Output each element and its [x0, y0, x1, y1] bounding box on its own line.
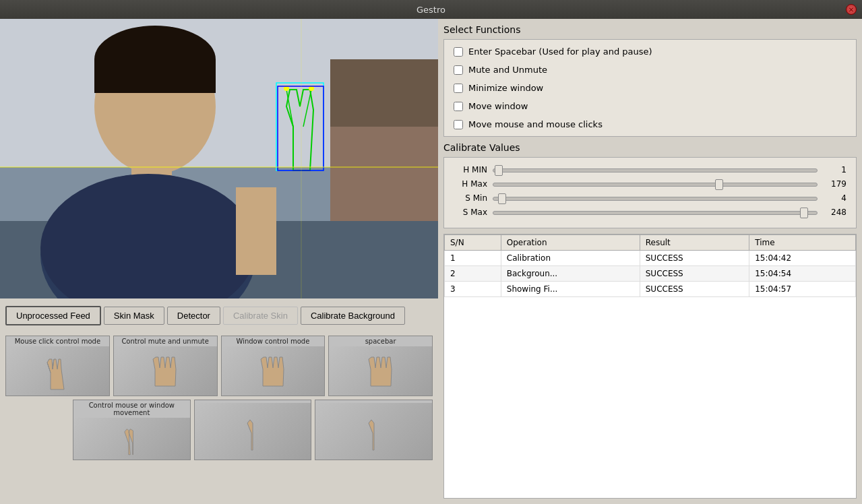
checkbox-row-2: Mute and Unmute — [454, 65, 846, 75]
checkbox-spacebar-label: Enter Spacebar (Used for play and pause) — [468, 46, 652, 57]
slider-smin[interactable] — [493, 197, 818, 201]
slider-row-smin: S Min 4 — [454, 193, 846, 203]
gesture-card-7 — [315, 400, 433, 460]
checkbox-row-5: Move mouse and mouse clicks — [454, 119, 846, 129]
slider-value-hmax: 179 — [823, 179, 846, 189]
functions-box: Enter Spacebar (Used for play and pause)… — [443, 39, 857, 137]
slider-label-smin: S Min — [454, 193, 487, 203]
checkbox-mouse-clicks-label: Move mouse and mouse clicks — [468, 119, 603, 129]
calibrate-box: H MIN 1 H Max 179 S Min — [443, 157, 857, 228]
checkbox-minimize-label: Minimize window — [468, 83, 543, 93]
log-row-1: 1CalibrationSUCCESS15:04:42 — [445, 251, 856, 266]
log-cell-time-1: 15:04:42 — [749, 251, 856, 266]
svg-rect-11 — [236, 187, 276, 275]
gesture-img-1 — [6, 346, 109, 396]
checkbox-move-window[interactable] — [454, 102, 463, 111]
close-button[interactable]: ✕ — [846, 4, 857, 15]
gesture-card-2: Control mute and unmute — [113, 336, 218, 396]
slider-value-smax: 248 — [823, 208, 846, 217]
calibrate-values-section: Calibrate Values H MIN 1 H Max 179 — [443, 142, 857, 228]
log-cell-sn-2: 2 — [445, 266, 501, 282]
gesture-label-3: Window control mode — [222, 336, 325, 346]
slider-label-hmax: H Max — [454, 179, 487, 189]
gesture-card-1: Mouse click control mode — [5, 336, 110, 396]
gesture-row-2: Control mouse or window movement — [73, 400, 433, 460]
tab-calibrate-skin[interactable]: Calibrate Skin — [223, 307, 298, 325]
log-cell-time-3: 15:04:57 — [749, 282, 856, 297]
gesture-card-5: Control mouse or window movement — [73, 400, 191, 460]
gesture-img-4 — [329, 346, 432, 396]
slider-hmin[interactable] — [493, 168, 818, 172]
gesture-img-6 — [195, 403, 311, 460]
slider-label-hmin: H MIN — [454, 165, 487, 175]
left-panel: Unprocessed Feed Skin Mask Detector Cali… — [0, 19, 438, 504]
gesture-row-1: Mouse click control mode Control mute an… — [5, 336, 433, 396]
select-functions-title: Select Functions — [443, 24, 857, 35]
log-cell-time-2: 15:04:54 — [749, 266, 856, 282]
log-row-2: 2Backgroun...SUCCESS15:04:54 — [445, 266, 856, 282]
gesture-card-6 — [194, 400, 312, 460]
tab-unprocessed-feed[interactable]: Unprocessed Feed — [5, 306, 101, 325]
checkbox-move-window-label: Move window — [468, 101, 528, 111]
checkbox-mute-label: Mute and Unmute — [468, 65, 547, 75]
title-bar: Gestro ✕ — [0, 0, 862, 19]
log-table: S/N Operation Result Time 1CalibrationSU… — [443, 234, 857, 499]
slider-row-smax: S Max 248 — [454, 207, 846, 217]
checkbox-row-4: Move window — [454, 101, 846, 111]
tab-detector[interactable]: Detector — [167, 307, 220, 325]
slider-hmax[interactable] — [493, 183, 818, 187]
log-cell-operation-2: Backgroun... — [501, 266, 640, 282]
gesture-label-4: spacebar — [329, 336, 432, 346]
log-cell-sn-3: 3 — [445, 282, 501, 297]
gesture-card-4: spacebar — [328, 336, 433, 396]
tab-bar: Unprocessed Feed Skin Mask Detector Cali… — [0, 298, 438, 332]
gesture-img-7 — [315, 403, 432, 460]
slider-value-hmin: 1 — [823, 165, 846, 175]
gesture-img-3 — [222, 346, 325, 396]
svg-rect-8 — [94, 59, 216, 93]
camera-feed — [0, 19, 438, 298]
tab-calibrate-background[interactable]: Calibrate Background — [301, 307, 405, 325]
gesture-grid: Mouse click control mode Control mute an… — [0, 332, 438, 504]
log-cell-sn-1: 1 — [445, 251, 501, 266]
slider-smax[interactable] — [493, 211, 818, 215]
checkbox-mute[interactable] — [454, 65, 463, 75]
col-sn: S/N — [445, 235, 501, 251]
gesture-label-2: Control mute and unmute — [114, 336, 217, 346]
checkbox-row-3: Minimize window — [454, 83, 846, 93]
svg-rect-3 — [330, 59, 438, 127]
slider-row-hmax: H Max 179 — [454, 179, 846, 189]
log-row-3: 3Showing Fi...SUCCESS15:04:57 — [445, 282, 856, 297]
select-functions-section: Select Functions Enter Spacebar (Used fo… — [443, 24, 857, 137]
col-time: Time — [749, 235, 856, 251]
checkbox-minimize[interactable] — [454, 84, 463, 93]
calibrate-values-title: Calibrate Values — [443, 142, 857, 153]
app-title: Gestro — [417, 5, 445, 15]
checkbox-row-1: Enter Spacebar (Used for play and pause) — [454, 46, 846, 57]
log-cell-result-1: SUCCESS — [640, 251, 749, 266]
log-cell-operation-3: Showing Fi... — [501, 282, 640, 297]
gesture-card-3: Window control mode — [221, 336, 326, 396]
col-result: Result — [640, 235, 749, 251]
gesture-img-2 — [114, 346, 217, 396]
gesture-label-1: Mouse click control mode — [6, 336, 109, 346]
checkbox-mouse-clicks[interactable] — [454, 120, 463, 129]
log-cell-result-2: SUCCESS — [640, 266, 749, 282]
tab-skin-mask[interactable]: Skin Mask — [104, 307, 164, 325]
slider-value-smin: 4 — [823, 193, 846, 203]
log-cell-operation-1: Calibration — [501, 251, 640, 266]
slider-row-hmin: H MIN 1 — [454, 164, 846, 175]
checkbox-spacebar[interactable] — [454, 47, 463, 57]
slider-label-smax: S Max — [454, 208, 487, 217]
col-operation: Operation — [501, 235, 640, 251]
gesture-label-5: Control mouse or window movement — [73, 400, 190, 418]
gesture-img-5 — [73, 418, 190, 460]
right-panel: Select Functions Enter Spacebar (Used fo… — [438, 19, 862, 504]
log-cell-result-3: SUCCESS — [640, 282, 749, 297]
